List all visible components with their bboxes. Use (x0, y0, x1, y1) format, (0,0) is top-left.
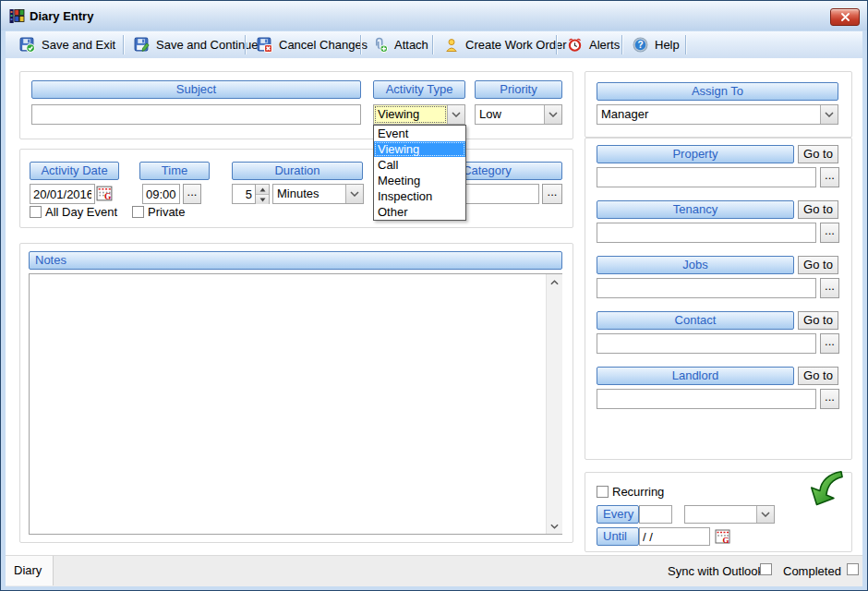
jobs-goto-button[interactable]: Go to (798, 256, 838, 274)
assign-to-header: Assign To (597, 82, 838, 101)
toolbar-button-label: Cancel Changes (279, 38, 368, 52)
landlord-input[interactable] (597, 389, 816, 409)
duration-spinner[interactable] (256, 184, 270, 204)
until-date-input[interactable] (639, 527, 710, 546)
tenancy-goto-button[interactable]: Go to (798, 200, 838, 219)
completed-checkbox[interactable] (847, 563, 859, 575)
chevron-down-icon[interactable] (544, 105, 561, 124)
alarm-clock-icon (567, 37, 583, 53)
window-title: Diary Entry (30, 9, 93, 23)
notes-scrollbar[interactable] (546, 274, 562, 534)
scroll-up-icon[interactable] (547, 274, 562, 290)
calendar-picker-button[interactable]: G (96, 185, 114, 202)
recurring-label: Recurring (612, 485, 664, 499)
jobs-browse-button[interactable]: ... (820, 278, 839, 298)
dropdown-option[interactable]: Other (374, 204, 465, 220)
time-input[interactable] (142, 184, 180, 204)
chevron-down-icon[interactable] (756, 506, 774, 523)
close-icon (841, 13, 850, 21)
private-checkbox[interactable] (132, 206, 144, 218)
contact-header: Contact (597, 311, 794, 330)
cancel-changes-icon (257, 37, 272, 53)
recurring-arrow-icon (806, 466, 849, 509)
contact-browse-button[interactable]: ... (820, 333, 839, 354)
save-and-continue-button[interactable]: Save and Continue (128, 34, 264, 55)
scroll-down-icon[interactable] (547, 518, 562, 534)
alerts-button[interactable]: Alerts (561, 34, 625, 55)
toolbar-button-label: Alerts (589, 38, 620, 52)
until-calendar-button[interactable]: G (715, 528, 731, 545)
priority-header: Priority (475, 80, 562, 99)
contact-goto-button[interactable]: Go to (798, 311, 838, 330)
toolbar-separator (685, 35, 686, 54)
dropdown-option[interactable]: Event (374, 126, 465, 141)
attach-button[interactable]: Attach (367, 34, 434, 55)
every-value-input[interactable] (639, 505, 672, 524)
tenancy-header: Tenancy (597, 200, 794, 219)
toolbar-button-label: Attach (394, 38, 428, 52)
app-icon (9, 8, 25, 24)
subject-input[interactable] (31, 104, 361, 125)
all-day-event-checkbox[interactable] (30, 206, 42, 218)
activity-date-input[interactable] (30, 184, 95, 204)
property-goto-button[interactable]: Go to (798, 145, 838, 163)
assign-to-combobox[interactable]: Manager (597, 104, 838, 125)
activity-type-value: Viewing (374, 105, 447, 124)
notes-textarea[interactable] (29, 273, 562, 535)
chevron-down-icon[interactable] (345, 185, 363, 203)
tenancy-input[interactable] (597, 223, 816, 243)
tenancy-browse-button[interactable]: ... (820, 223, 839, 243)
chevron-down-icon[interactable] (447, 105, 464, 124)
landlord-browse-button[interactable]: ... (820, 389, 839, 409)
property-input[interactable] (597, 167, 816, 187)
duration-value-input[interactable] (232, 184, 256, 204)
activity-type-header: Activity Type (373, 80, 465, 99)
until-label: Until (597, 527, 639, 546)
create-work-order-button[interactable]: Create Work Order (439, 34, 573, 55)
jobs-input[interactable] (597, 278, 816, 298)
save-continue-icon (134, 37, 150, 53)
spin-up-icon[interactable] (256, 185, 269, 195)
toolbar-separator (360, 35, 361, 54)
time-browse-button[interactable]: ... (183, 184, 201, 204)
completed-label: Completed (783, 564, 841, 578)
toolbar-separator (621, 35, 622, 54)
svg-text:G: G (104, 192, 112, 201)
assign-to-value: Manager (597, 105, 820, 124)
activity-type-combobox[interactable]: Viewing (373, 104, 465, 125)
toolbar-button-label: Save and Continue (156, 38, 259, 52)
category-browse-button[interactable]: ... (542, 184, 562, 204)
recurring-checkbox[interactable] (597, 486, 609, 498)
chevron-down-icon[interactable] (820, 105, 838, 124)
time-header: Time (139, 162, 210, 180)
priority-combobox[interactable]: Low (475, 104, 562, 125)
every-unit-combobox[interactable] (684, 505, 775, 524)
dropdown-option[interactable]: Meeting (374, 173, 465, 188)
priority-value: Low (476, 105, 544, 124)
contact-input[interactable] (597, 333, 816, 354)
duration-header: Duration (232, 162, 363, 180)
every-unit-value (685, 506, 756, 523)
toolbar-button-label: Help (655, 38, 680, 52)
cancel-changes-button[interactable]: Cancel Changes (251, 34, 373, 55)
property-browse-button[interactable]: ... (820, 167, 839, 187)
spin-down-icon[interactable] (256, 195, 269, 204)
close-button[interactable] (830, 8, 860, 26)
every-label: Every (597, 505, 639, 524)
help-button[interactable]: ? Help (627, 34, 685, 55)
sync-with-outlook-checkbox[interactable] (760, 563, 772, 575)
duration-unit-combobox[interactable]: Minutes (272, 184, 364, 204)
dropdown-option[interactable]: Inspection (374, 188, 465, 204)
dropdown-option[interactable]: Call (374, 157, 465, 173)
dropdown-option-selected[interactable]: Viewing (374, 141, 465, 157)
save-and-exit-button[interactable]: Save and Exit (14, 34, 121, 55)
tab-diary-label: Diary (14, 563, 42, 577)
landlord-goto-button[interactable]: Go to (798, 367, 838, 385)
activity-type-dropdown: Event Viewing Call Meeting Inspection Ot… (373, 125, 466, 221)
subject-header: Subject (31, 80, 361, 99)
paperclip-icon (372, 37, 388, 53)
diary-entry-window: Diary Entry Save and Exit (0, 0, 868, 591)
tab-diary[interactable]: Diary (6, 556, 54, 585)
status-bar: Diary Sync with Outlook Completed (6, 555, 862, 586)
activity-date-header: Activity Date (30, 162, 119, 180)
